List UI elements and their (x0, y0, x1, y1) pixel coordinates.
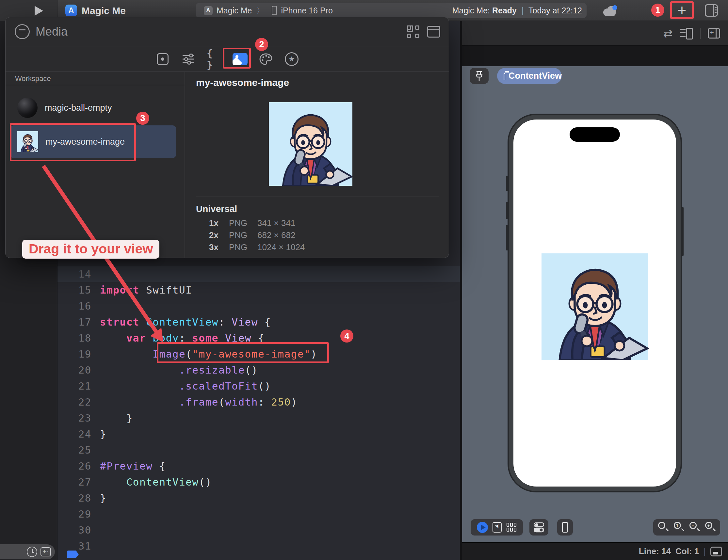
line-number: 14 (57, 266, 100, 282)
cursor-col-indicator: Col: 1 (675, 546, 699, 556)
swap-editor-icon[interactable]: ⇄ (663, 27, 673, 40)
selectable-mode-button[interactable] (493, 522, 502, 533)
device-preview-button[interactable] (557, 519, 573, 536)
star-circle-icon: ★ (285, 52, 299, 66)
line-number: 22 (57, 394, 100, 410)
media-item-my-awesome-image[interactable]: my-awesome-image (10, 125, 176, 158)
zoom-fit-icon[interactable]: ▫ (688, 521, 701, 534)
breadcrumb-device[interactable]: iPhone 16 Pro (281, 6, 332, 15)
media-item-label: my-awesome-image (45, 137, 125, 147)
spec-format: PNG (229, 242, 247, 252)
code-text: } (100, 490, 106, 506)
preview-canvas[interactable]: ContentView (462, 66, 728, 542)
code-text: Image("my-awesome-image") (100, 346, 317, 362)
app-icon: A (65, 5, 77, 16)
spec-scale: 2x (186, 230, 218, 240)
zoom-controls: – 1 ▫ + (653, 519, 720, 536)
code-line-21[interactable]: 21 .scaledToFit() (57, 378, 460, 394)
views-library-icon (157, 53, 169, 65)
code-line-20[interactable]: 20 .resizable() (57, 362, 460, 378)
media-library-tab[interactable] (233, 52, 248, 66)
device-settings-button[interactable] (529, 519, 548, 536)
code-line-30[interactable]: 30 (57, 522, 460, 538)
code-line-17[interactable]: 17struct ContentView: View { (57, 314, 460, 330)
photo-icon (233, 53, 248, 65)
snippets-library-tab[interactable]: { } (207, 52, 222, 66)
code-line-31[interactable]: 31 (57, 538, 460, 554)
run-button[interactable] (35, 6, 43, 16)
zoom-100-icon[interactable]: 1 (672, 521, 686, 534)
live-preview-button[interactable] (477, 522, 488, 533)
zoom-out-icon[interactable]: – (657, 521, 670, 534)
grid-view-icon[interactable] (407, 25, 419, 38)
variants-grid-icon[interactable] (506, 522, 517, 532)
code-line-15[interactable]: 15import SwiftUI (57, 282, 460, 298)
code-line-23[interactable]: 23 } (57, 410, 460, 426)
breadcrumb-chevron-icon: 〉 (256, 6, 264, 16)
code-line-16[interactable]: 16 (57, 298, 460, 314)
code-line-18[interactable]: 18 var body: some View { (57, 330, 460, 346)
line-number: 17 (57, 314, 100, 330)
media-library-popup: Media { } (5, 17, 449, 258)
cloud-sync-icon[interactable] (602, 5, 618, 16)
editor-preview-divider[interactable] (460, 21, 462, 560)
breadcrumb-project[interactable]: Magic Me (217, 6, 252, 15)
modifiers-library-tab[interactable] (181, 52, 196, 66)
code-line-26[interactable]: 26#Preview { (57, 458, 460, 474)
filter-icon[interactable] (15, 24, 30, 39)
library-plus-button[interactable]: + (671, 2, 692, 18)
line-number: 24 (57, 426, 100, 442)
code-text: var body: some View { (100, 330, 265, 346)
line-number: 30 (57, 522, 100, 538)
code-line-19[interactable]: 19 Image("my-awesome-image") (57, 346, 460, 362)
code-text: } (100, 426, 106, 442)
spec-format: PNG (229, 230, 247, 240)
spec-scale: 1x (186, 218, 218, 228)
code-line-24[interactable]: 24} (57, 426, 460, 442)
preview-tab-contentview[interactable]: ContentView (497, 68, 562, 84)
toolbar-separator (700, 28, 701, 39)
zoom-in-icon[interactable]: + (704, 521, 717, 534)
media-detail-panel: my-awesome-image Universal 1xPNG341 × 34… (186, 72, 449, 258)
code-text: struct ContentView: View { (100, 314, 271, 330)
inspector-toggle-icon[interactable] (705, 4, 718, 17)
code-line-29[interactable]: 29 (57, 506, 460, 522)
code-text: .scaledToFit() (100, 378, 271, 394)
code-line-25[interactable]: 25 (57, 442, 460, 458)
preview-toolbar: ⇄ (462, 21, 728, 46)
palette-icon (259, 53, 273, 65)
line-number: 23 (57, 410, 100, 426)
canvas-options-icon[interactable] (680, 28, 693, 39)
views-library-tab[interactable] (155, 52, 170, 66)
recent-files-icon[interactable] (27, 547, 37, 557)
pin-preview-button[interactable] (470, 68, 489, 84)
asset-preview-image (269, 102, 352, 186)
media-popup-title: Media (36, 25, 68, 39)
minimized-panel-icon[interactable] (710, 547, 722, 556)
sdk-filter-icon[interactable]: +- (40, 547, 51, 556)
code-line-22[interactable]: 22 .frame(width: 250) (57, 394, 460, 410)
media-item-magic-ball-empty[interactable]: magic-ball-empty (10, 91, 176, 124)
symbols-library-tab[interactable]: ★ (284, 52, 299, 66)
preview-mode-controls (471, 519, 523, 536)
action-button (506, 176, 508, 191)
code-text: ContentView() (100, 474, 212, 490)
phone-outline-icon (562, 522, 568, 533)
detail-divider (196, 197, 439, 197)
asset-title: my-awesome-image (196, 77, 289, 88)
add-editor-icon[interactable] (708, 28, 720, 39)
code-line-28[interactable]: 28} (57, 490, 460, 506)
color-library-tab[interactable] (258, 52, 273, 66)
image-thumbnail (17, 131, 38, 152)
line-number: 31 (57, 538, 100, 554)
code-text: #Preview { (100, 458, 166, 474)
universal-section-label: Universal (196, 204, 237, 214)
code-line-14[interactable]: 14 (57, 266, 460, 282)
code-line-27[interactable]: 27 ContentView() (57, 474, 460, 490)
code-text: import SwiftUI (100, 282, 192, 298)
detail-view-icon[interactable] (427, 26, 440, 38)
media-list-panel: Workspace magic-ball-emptymy-awesome-ima… (6, 72, 185, 258)
line-number: 26 (57, 458, 100, 474)
code-lines: 1415import SwiftUI1617struct ContentView… (57, 266, 460, 554)
line-number: 21 (57, 378, 100, 394)
